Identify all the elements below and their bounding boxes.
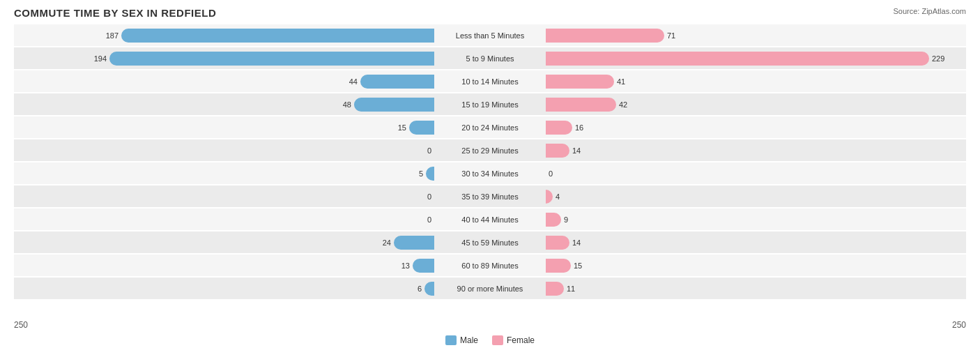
row-label: Less than 5 Minutes: [434, 31, 546, 40]
right-bar-area: 14: [546, 139, 966, 161]
female-bar: [546, 259, 571, 273]
legend: Male Female: [14, 335, 966, 345]
source-label: Source: ZipAtlas.com: [893, 7, 966, 15]
female-value: 0: [549, 169, 553, 178]
left-bar-area: 15: [14, 116, 434, 138]
male-bar: [413, 259, 434, 273]
left-bar-area: 0: [14, 185, 434, 207]
chart-row: 13 60 to 89 Minutes 15: [14, 255, 966, 276]
female-value: 71: [667, 31, 675, 40]
row-label: 90 or more Minutes: [434, 285, 546, 293]
male-bar: [409, 121, 434, 135]
left-bar-area: 5: [14, 162, 434, 184]
male-value: 13: [401, 261, 410, 270]
left-bar-area: 0: [14, 139, 434, 161]
female-value: 16: [575, 123, 583, 132]
male-value: 0: [427, 215, 431, 224]
male-value: 24: [383, 238, 391, 247]
axis-right: 250: [952, 320, 966, 330]
left-bar-area: 187: [14, 24, 434, 46]
chart-area: 187 Less than 5 Minutes 71 194 5 to 9 Mi…: [14, 24, 966, 317]
legend-male: Male: [445, 335, 478, 345]
chart-container: COMMUTE TIME BY SEX IN REDFIELD Source: …: [0, 0, 980, 364]
male-value: 15: [398, 123, 406, 132]
right-bar-area: 229: [546, 47, 966, 69]
left-bar-area: 44: [14, 70, 434, 92]
male-value: 44: [349, 77, 358, 86]
female-value: 42: [619, 100, 627, 109]
male-value: 0: [427, 192, 431, 201]
female-value: 14: [572, 146, 581, 155]
chart-row: 0 35 to 39 Minutes 4: [14, 185, 966, 207]
chart-row: 5 30 to 34 Minutes 0: [14, 162, 966, 184]
male-value: 194: [94, 54, 107, 63]
axis-labels: 250 250: [14, 320, 966, 330]
female-bar: [546, 236, 569, 250]
female-bar: [546, 144, 569, 158]
female-bar: [546, 75, 614, 89]
row-label: 25 to 29 Minutes: [434, 146, 546, 155]
row-label: 5 to 9 Minutes: [434, 54, 546, 63]
chart-row: 0 25 to 29 Minutes 14: [14, 139, 966, 161]
chart-row: 48 15 to 19 Minutes 42: [14, 93, 966, 115]
legend-female: Female: [492, 335, 535, 345]
chart-row: 0 40 to 44 Minutes 9: [14, 208, 966, 230]
left-bar-area: 0: [14, 208, 434, 230]
female-value: 9: [564, 215, 568, 224]
legend-male-label: Male: [460, 335, 478, 345]
chart-row: 24 45 to 59 Minutes 14: [14, 232, 966, 253]
right-bar-area: 15: [546, 255, 966, 276]
right-bar-area: 4: [546, 185, 966, 207]
row-label: 35 to 39 Minutes: [434, 192, 546, 201]
female-bar: [546, 190, 553, 204]
male-bar: [354, 98, 434, 112]
male-bar: [109, 52, 434, 66]
right-bar-area: 11: [546, 278, 966, 299]
chart-row: 194 5 to 9 Minutes 229: [14, 47, 966, 69]
male-bar: [424, 282, 434, 296]
left-bar-area: 194: [14, 47, 434, 69]
male-bar: [394, 236, 434, 250]
chart-row: 44 10 to 14 Minutes 41: [14, 70, 966, 92]
right-bar-area: 71: [546, 24, 966, 46]
bottom-area: 250 250 Male Female: [14, 320, 966, 345]
female-value: 229: [932, 54, 944, 63]
male-value: 6: [418, 285, 422, 293]
female-value: 11: [567, 285, 575, 293]
female-bar: [546, 98, 616, 112]
male-bar: [426, 167, 434, 181]
chart-row: 15 20 to 24 Minutes 16: [14, 116, 966, 138]
row-label: 40 to 44 Minutes: [434, 215, 546, 224]
chart-title: COMMUTE TIME BY SEX IN REDFIELD: [14, 7, 966, 19]
row-label: 60 to 89 Minutes: [434, 261, 546, 270]
chart-row: 6 90 or more Minutes 11: [14, 278, 966, 299]
legend-female-box: [492, 335, 503, 345]
right-bar-area: 41: [546, 70, 966, 92]
right-bar-area: 14: [546, 232, 966, 253]
female-value: 15: [574, 261, 582, 270]
row-label: 15 to 19 Minutes: [434, 100, 546, 109]
legend-female-label: Female: [507, 335, 535, 345]
chart-row: 187 Less than 5 Minutes 71: [14, 24, 966, 46]
right-bar-area: 9: [546, 208, 966, 230]
row-label: 45 to 59 Minutes: [434, 238, 546, 247]
right-bar-area: 16: [546, 116, 966, 138]
right-bar-area: 0: [546, 162, 966, 184]
male-value: 48: [343, 100, 351, 109]
female-bar: [546, 121, 572, 135]
female-bar: [546, 213, 561, 227]
left-bar-area: 13: [14, 255, 434, 276]
axis-left: 250: [14, 320, 28, 330]
legend-male-box: [445, 335, 457, 345]
female-value: 41: [617, 77, 625, 86]
male-value: 5: [419, 169, 423, 178]
left-bar-area: 48: [14, 93, 434, 115]
row-label: 20 to 24 Minutes: [434, 123, 546, 132]
female-bar: [546, 282, 564, 296]
female-value: 14: [572, 238, 581, 247]
left-bar-area: 24: [14, 232, 434, 253]
left-bar-area: 6: [14, 278, 434, 299]
row-label: 30 to 34 Minutes: [434, 169, 546, 178]
male-value: 187: [106, 31, 118, 40]
male-value: 0: [427, 146, 431, 155]
